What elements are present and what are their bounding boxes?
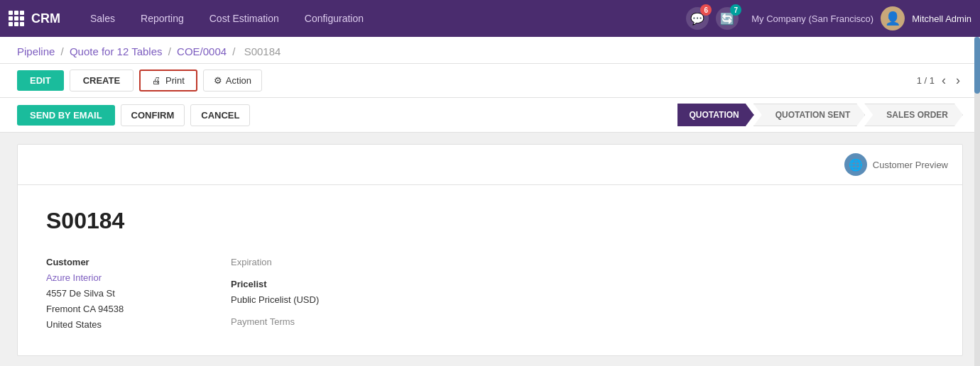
send-by-email-button[interactable]: SEND BY EMAIL: [17, 105, 115, 126]
breadcrumb-quote[interactable]: Quote for 12 Tables: [70, 45, 163, 57]
edit-button[interactable]: EDIT: [17, 70, 64, 91]
menu-configuration[interactable]: Configuration: [292, 0, 376, 37]
customer-address-line3: United States: [46, 317, 188, 333]
prev-page-button[interactable]: ‹: [939, 73, 949, 88]
breadcrumb-coe[interactable]: COE/0004: [177, 45, 227, 57]
menu-sales[interactable]: Sales: [77, 0, 128, 37]
customer-field-group: Customer Azure Interior 4557 De Silva St…: [46, 257, 188, 333]
apps-icon[interactable]: [9, 11, 24, 26]
create-button[interactable]: CREATE: [70, 70, 134, 92]
activity-badge: 7: [730, 4, 741, 16]
stage-quotation[interactable]: QUOTATION: [677, 104, 754, 126]
document-number: S00184: [46, 208, 934, 234]
stage-pipeline: QUOTATION QUOTATION SENT SALES ORDER: [678, 104, 963, 126]
scrollbar[interactable]: [974, 37, 980, 366]
customer-preview-bar: 🌐 Customer Preview: [18, 145, 962, 185]
top-navigation: CRM Sales Reporting Cost Estimation Conf…: [0, 0, 980, 37]
payment-terms-label: Payment Terms: [231, 316, 373, 327]
pricelist-value: Public Pricelist (USD): [231, 292, 373, 308]
stage-sales-order[interactable]: SALES ORDER: [864, 104, 963, 126]
next-page-button[interactable]: ›: [953, 73, 963, 88]
customer-name[interactable]: Azure Interior: [46, 270, 188, 286]
customer-address-line1: 4557 De Silva St: [46, 286, 188, 301]
action-label: Action: [226, 75, 251, 86]
chat-button[interactable]: 💬 6: [686, 7, 709, 30]
expiration-field-group: Expiration Pricelist Public Pricelist (U…: [231, 257, 373, 333]
gear-icon: ⚙: [214, 75, 222, 86]
status-bar: SEND BY EMAIL CONFIRM CANCEL QUOTATION Q…: [0, 98, 980, 133]
company-name[interactable]: My Company (San Francisco): [751, 13, 873, 24]
topnav-right: 💬 6 🔄 7 My Company (San Francisco) 👤 Mit…: [686, 6, 971, 30]
customer-label: Customer: [46, 257, 188, 267]
document-panel: 🌐 Customer Preview S00184 Customer Azure…: [17, 144, 963, 356]
breadcrumb-current: S00184: [244, 45, 281, 57]
printer-icon: 🖨: [152, 75, 161, 86]
crm-logo[interactable]: CRM: [31, 11, 60, 26]
breadcrumb-pipeline[interactable]: Pipeline: [17, 45, 55, 57]
breadcrumb: Pipeline / Quote for 12 Tables / COE/000…: [17, 45, 963, 57]
pricelist-label: Pricelist: [231, 279, 373, 289]
scrollbar-thumb[interactable]: [974, 37, 980, 94]
username[interactable]: Mitchell Admin: [912, 13, 971, 24]
cancel-button[interactable]: CANCEL: [190, 104, 250, 126]
expiration-label: Expiration: [231, 257, 373, 267]
customer-preview-button[interactable]: 🌐 Customer Preview: [844, 153, 948, 176]
customer-preview-label: Customer Preview: [873, 160, 948, 170]
print-button[interactable]: 🖨 Print: [139, 70, 197, 92]
avatar[interactable]: 👤: [881, 6, 905, 30]
document-content: S00184 Customer Azure Interior 4557 De S…: [18, 185, 962, 355]
action-bar: EDIT CREATE 🖨 Print ⚙ Action 1 / 1 ‹ ›: [0, 64, 980, 98]
print-label: Print: [165, 75, 185, 86]
customer-address-line2: Fremont CA 94538: [46, 301, 188, 317]
breadcrumb-bar: Pipeline / Quote for 12 Tables / COE/000…: [0, 37, 980, 64]
chat-badge: 6: [700, 4, 712, 16]
action-button[interactable]: ⚙ Action: [203, 70, 262, 92]
confirm-button[interactable]: CONFIRM: [121, 104, 185, 126]
main-menu: Sales Reporting Cost Estimation Configur…: [77, 0, 686, 37]
menu-cost-estimation[interactable]: Cost Estimation: [197, 0, 292, 37]
globe-icon: 🌐: [844, 153, 867, 176]
menu-reporting[interactable]: Reporting: [128, 0, 197, 37]
pagination: 1 / 1 ‹ ›: [917, 73, 963, 88]
document-fields: Customer Azure Interior 4557 De Silva St…: [46, 257, 934, 333]
stage-quotation-sent[interactable]: QUOTATION SENT: [753, 104, 866, 126]
page-display: 1 / 1: [917, 75, 935, 86]
activity-button[interactable]: 🔄 7: [716, 7, 739, 30]
